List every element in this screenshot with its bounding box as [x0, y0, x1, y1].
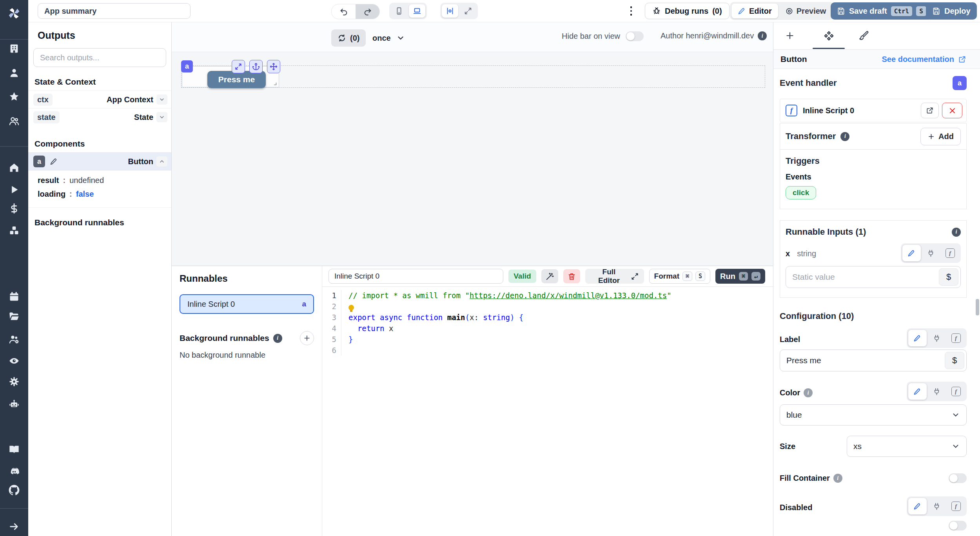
disabled-toggle[interactable] [949, 521, 967, 531]
event-handler-item[interactable]: f Inline Script 0 [780, 99, 967, 122]
collapse-sidebar-button[interactable] [8, 520, 20, 533]
runnable-item-inline-script-0[interactable]: Inline Script 0 a [180, 294, 314, 314]
undo-button[interactable] [332, 4, 356, 19]
sidebar-item-favorites[interactable] [8, 91, 20, 103]
script-editor: Valid Full Editor Format ⌘ S Run ⌘ ↵ [322, 266, 773, 536]
full-editor-button[interactable]: Full Editor [585, 269, 644, 284]
background-runnables-heading: Background runnables [34, 218, 171, 227]
template-dollar-button[interactable]: $ [939, 268, 958, 286]
ai-assist-button[interactable] [541, 269, 558, 283]
sidebar-item-ai[interactable] [8, 398, 20, 411]
more-menu-button[interactable] [627, 5, 635, 17]
delete-script-button[interactable] [563, 269, 580, 283]
size-select[interactable]: xs [847, 436, 967, 457]
redo-button[interactable] [356, 4, 379, 19]
deploy-button[interactable]: Deploy [926, 2, 977, 20]
sidebar-item-user[interactable] [8, 67, 20, 79]
sidebar-item-discord[interactable] [8, 465, 20, 478]
output-row-ctx[interactable]: ctx App Context [28, 91, 171, 108]
debug-runs-count: (0) [712, 7, 722, 16]
chevron-down-icon[interactable] [156, 112, 167, 122]
remove-script-button[interactable] [942, 103, 962, 118]
see-documentation-link[interactable]: See documentation [882, 55, 966, 64]
sidebar-item-runs[interactable] [8, 183, 20, 196]
sidebar-item-settings[interactable] [8, 375, 20, 388]
script-name-input[interactable] [328, 269, 503, 284]
center-layout-button[interactable] [442, 4, 458, 18]
eval-mode-button[interactable]: f [947, 383, 965, 400]
anchor-component-button[interactable] [249, 60, 263, 73]
expand-component-button[interactable] [232, 60, 245, 73]
tab-insert-component[interactable] [783, 29, 797, 42]
sidebar-item-resources[interactable] [8, 224, 20, 237]
component-row-a[interactable]: a Button [28, 152, 171, 170]
eval-mode-button[interactable]: f [941, 245, 959, 261]
sidebar-item-audit[interactable] [8, 355, 20, 367]
hide-bar-toggle[interactable] [626, 31, 644, 41]
app-summary-input[interactable] [38, 3, 191, 19]
press-me-button[interactable]: Press me [207, 71, 266, 88]
connect-mode-button[interactable] [927, 330, 946, 346]
desktop-view-button[interactable] [409, 4, 425, 18]
code-area[interactable]: 1// import * as wmill from "https://deno… [322, 286, 773, 356]
sidebar-item-groups[interactable] [8, 115, 20, 127]
output-row-state[interactable]: state State [28, 108, 171, 126]
panel-scrollbar-thumb[interactable] [976, 299, 979, 315]
disabled-mode-toggle: f [907, 496, 967, 516]
open-script-button[interactable] [921, 103, 939, 118]
eval-mode-button[interactable]: f [947, 498, 965, 514]
add-background-runnable-button[interactable] [300, 331, 314, 345]
refresh-runnables-button[interactable]: (0) [331, 29, 366, 47]
static-mode-button[interactable] [902, 245, 921, 261]
eval-mode-button[interactable]: f [947, 330, 965, 346]
external-link-icon [926, 107, 934, 114]
static-mode-button[interactable] [908, 498, 927, 514]
debug-runs-button[interactable]: Debug runs (0) [645, 3, 730, 19]
chevron-up-icon[interactable] [156, 156, 167, 167]
connect-mode-button[interactable] [927, 498, 946, 514]
search-outputs-input[interactable] [33, 48, 166, 67]
sidebar-item-workers[interactable] [8, 333, 20, 346]
arrow-right-icon [9, 521, 20, 532]
color-select[interactable]: blue [780, 404, 967, 426]
rail-divider [0, 39, 28, 40]
run-mode-dropdown[interactable]: once [372, 29, 405, 47]
label-value-input[interactable] [780, 349, 967, 371]
static-mode-button[interactable] [908, 383, 927, 400]
fullwidth-layout-button[interactable] [460, 4, 476, 18]
sidebar-item-variables[interactable] [8, 202, 20, 215]
static-mode-button[interactable] [908, 330, 927, 346]
tab-styling[interactable] [857, 29, 871, 42]
mobile-view-button[interactable] [391, 4, 407, 18]
sidebar-item-workspace[interactable] [8, 42, 20, 55]
sidebar-item-home[interactable] [8, 161, 20, 174]
template-dollar-button[interactable]: $ [945, 352, 964, 369]
run-button[interactable]: Run ⌘ ↵ [715, 269, 765, 284]
connect-mode-button[interactable] [927, 383, 946, 400]
info-icon[interactable]: i [952, 228, 961, 237]
windmill-logo-icon[interactable] [6, 5, 22, 21]
info-icon[interactable]: i [840, 132, 849, 141]
info-icon[interactable]: i [758, 31, 767, 40]
move-component-button[interactable] [267, 60, 280, 73]
tab-editor[interactable]: Editor [731, 4, 778, 18]
edit-pencil-icon[interactable] [50, 158, 58, 166]
sidebar-item-schedules[interactable] [8, 290, 20, 303]
add-transformer-button[interactable]: Add [920, 128, 961, 145]
tab-component-settings[interactable] [822, 29, 835, 42]
sidebar-item-folders[interactable] [8, 310, 20, 323]
save-draft-button[interactable]: Save draft Ctrl S [831, 2, 933, 20]
connect-mode-button[interactable] [922, 245, 940, 261]
app-canvas[interactable]: a Press me [172, 52, 773, 266]
sidebar-item-github[interactable] [8, 484, 20, 496]
resize-handle[interactable] [271, 80, 277, 86]
info-icon[interactable]: i [804, 388, 813, 397]
sidebar-item-docs[interactable] [8, 443, 20, 456]
static-value-input[interactable] [786, 266, 961, 288]
format-button[interactable]: Format ⌘ S [649, 269, 710, 284]
info-icon[interactable]: i [273, 334, 282, 343]
fill-container-toggle[interactable] [949, 473, 967, 483]
tab-preview[interactable]: Preview [779, 4, 833, 18]
chevron-down-icon[interactable] [156, 94, 167, 105]
info-icon[interactable]: i [833, 474, 842, 483]
